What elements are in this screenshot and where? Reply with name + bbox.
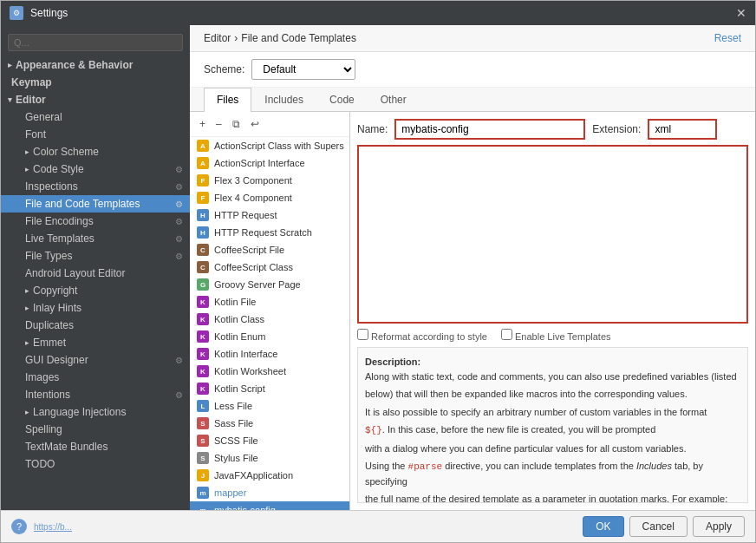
arrow-icon: ▸	[25, 338, 29, 347]
scheme-select[interactable]: Default	[251, 59, 355, 80]
name-ext-row: Name: Extension:	[357, 119, 748, 140]
arrow-icon: ▸	[25, 304, 29, 312]
reset-button[interactable]: Reset	[714, 32, 741, 44]
sidebar-item-editor[interactable]: ▾Editor	[1, 91, 190, 108]
sidebar-item-duplicates[interactable]: Duplicates	[1, 317, 190, 334]
tab-code[interactable]: Code	[316, 88, 368, 111]
file-item-name: ActionScript Class with Supers	[214, 141, 344, 151]
file-item-name: Groovy Server Page	[214, 279, 301, 290]
file-item[interactable]: CCoffeeScript File	[190, 241, 349, 258]
sidebar-item-intentions[interactable]: Intentions⚙	[1, 386, 190, 403]
tab-includes[interactable]: Includes	[251, 88, 316, 111]
sidebar-item-general[interactable]: General	[1, 108, 190, 126]
sidebar-item-todo[interactable]: TODO	[1, 455, 190, 473]
tab-files[interactable]: Files	[204, 88, 251, 112]
sidebar-item-file-and-code-templates[interactable]: File and Code Templates⚙	[1, 195, 190, 213]
sidebar-item-file-types[interactable]: File Types⚙	[1, 247, 190, 265]
file-list-toolbar: + – ⧉ ↩	[190, 112, 349, 137]
sidebar-item-code-style[interactable]: ▸Code Style⚙	[1, 160, 190, 178]
file-item[interactable]: SStylus File	[190, 449, 349, 467]
scheme-row: Scheme: Default	[190, 52, 755, 88]
reformat-checkbox[interactable]	[357, 329, 368, 340]
sidebar-item-live-templates[interactable]: Live Templates⚙	[1, 230, 190, 247]
sidebar-item-language-injections[interactable]: ▸Language Injections	[1, 403, 190, 421]
settings-icon: ⚙	[175, 217, 183, 226]
settings-icon: ⚙	[175, 200, 183, 209]
file-item-name: CoffeeScript File	[214, 245, 284, 255]
undo-template-button[interactable]: ↩	[246, 115, 264, 133]
file-item[interactable]: LLess File	[190, 397, 349, 415]
main-content: ▸Appearance & Behavior Keymap▾EditorGene…	[1, 25, 755, 510]
file-item[interactable]: KKotlin File	[190, 293, 349, 311]
cancel-button[interactable]: Cancel	[629, 516, 688, 537]
sidebar-item-android-layout-editor[interactable]: Android Layout Editor	[1, 265, 190, 282]
sidebar-item-spelling[interactable]: Spelling	[1, 421, 190, 438]
help-icon[interactable]: ?	[11, 519, 27, 534]
ok-button[interactable]: OK	[583, 516, 623, 537]
remove-template-button[interactable]: –	[212, 115, 226, 133]
file-item[interactable]: KKotlin Enum	[190, 328, 349, 345]
sidebar-item-label: Code Style	[33, 163, 175, 175]
sidebar-item-copyright[interactable]: ▸Copyright	[1, 282, 190, 299]
settings-icon: ⚙	[175, 390, 183, 400]
sidebar-item-gui-designer[interactable]: GUI Designer⚙	[1, 351, 190, 369]
sidebar-item-label: File and Code Templates	[25, 198, 175, 210]
sidebar-item-appearance-&-behavior[interactable]: ▸Appearance & Behavior	[1, 56, 190, 74]
live-templates-checkbox[interactable]	[501, 329, 512, 340]
sidebar-item-images[interactable]: Images	[1, 369, 190, 386]
file-item[interactable]: AActionScript Class with Supers	[190, 137, 349, 154]
sidebar-item-file-encodings[interactable]: File Encodings⚙	[1, 213, 190, 230]
sidebar-item-label: Live Templates	[25, 232, 175, 245]
sidebar-item-color-scheme[interactable]: ▸Color Scheme	[1, 143, 190, 160]
file-item[interactable]: GGroovy Server Page	[190, 276, 349, 293]
live-templates-checkbox-label[interactable]: Enable Live Templates	[501, 329, 611, 342]
file-item[interactable]: AActionScript Interface	[190, 154, 349, 172]
main-header: Editor › File and Code Templates Reset	[190, 25, 755, 52]
file-item[interactable]: mmapper	[190, 484, 349, 501]
sidebar-item-label: Emmet	[33, 337, 183, 349]
sidebar-item-inlay-hints[interactable]: ▸Inlay Hints	[1, 299, 190, 317]
code-editor[interactable]	[357, 145, 748, 324]
file-item[interactable]: SSass File	[190, 415, 349, 432]
sidebar-item-textmate-bundles[interactable]: TextMate Bundles	[1, 438, 190, 455]
url-hint: https://b...	[34, 522, 72, 532]
settings-icon: ⚙	[175, 252, 183, 261]
file-item[interactable]: mmybatis-config	[190, 501, 349, 510]
sidebar-item-keymap[interactable]: Keymap	[1, 74, 190, 91]
apply-button[interactable]: Apply	[693, 516, 745, 537]
file-item[interactable]: JJavaFXApplication	[190, 467, 349, 484]
file-item[interactable]: HHTTP Request	[190, 206, 349, 224]
extension-input[interactable]	[648, 119, 717, 140]
sidebar-item-label: Editor	[16, 94, 183, 106]
sidebar-item-inspections[interactable]: Inspections⚙	[1, 178, 190, 195]
settings-window: ⚙ Settings ✕ ▸Appearance & Behavior Keym…	[0, 0, 756, 543]
copy-template-button[interactable]: ⧉	[228, 115, 244, 133]
search-input[interactable]	[8, 34, 183, 51]
file-item[interactable]: SSCSS File	[190, 432, 349, 449]
sidebar-item-label: Font	[25, 128, 183, 141]
file-item-name: Kotlin Interface	[214, 349, 277, 359]
sidebar-item-label: File Encodings	[25, 215, 175, 227]
reformat-checkbox-label[interactable]: Reformat according to style	[357, 329, 487, 342]
file-item[interactable]: FFlex 4 Component	[190, 189, 349, 206]
file-item[interactable]: HHTTP Request Scratch	[190, 224, 349, 241]
file-item[interactable]: KKotlin Class	[190, 311, 349, 328]
close-button[interactable]: ✕	[736, 6, 746, 20]
sidebar-item-font[interactable]: Font	[1, 126, 190, 143]
arrow-icon: ▸	[25, 147, 29, 156]
settings-icon: ⚙	[175, 356, 183, 365]
file-item[interactable]: FFlex 3 Component	[190, 172, 349, 189]
file-type-icon: A	[197, 157, 209, 169]
name-input[interactable]	[394, 119, 585, 140]
file-item[interactable]: CCoffeeScript Class	[190, 258, 349, 276]
sidebar-item-emmet[interactable]: ▸Emmet	[1, 334, 190, 351]
file-type-icon: m	[197, 487, 209, 499]
file-item[interactable]: KKotlin Interface	[190, 345, 349, 363]
add-template-button[interactable]: +	[195, 115, 210, 133]
file-item[interactable]: KKotlin Worksheet	[190, 363, 349, 380]
settings-icon: ⚙	[175, 165, 183, 174]
description-title: Description:	[365, 357, 420, 367]
tab-other[interactable]: Other	[368, 88, 420, 111]
sidebar-item-label: TextMate Bundles	[25, 441, 183, 453]
file-item[interactable]: KKotlin Script	[190, 380, 349, 397]
